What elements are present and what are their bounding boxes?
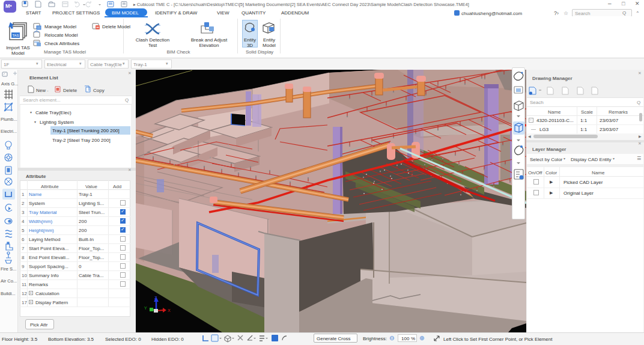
svg-text:Axis G...: Axis G... <box>1 81 18 87</box>
svg-text:Electri...: Electri... <box>1 129 17 134</box>
svg-text:Buildi...: Buildi... <box>1 291 16 296</box>
svg-text:TAS: TAS <box>12 34 19 37</box>
svg-text:Plumb...: Plumb... <box>1 117 17 122</box>
svg-text:X: X <box>168 308 171 313</box>
svg-text:Z: Z <box>154 296 157 300</box>
svg-text:Fire S...: Fire S... <box>1 266 16 272</box>
svg-text:Air Co...: Air Co... <box>1 278 17 284</box>
svg-text:Y: Y <box>144 306 147 310</box>
